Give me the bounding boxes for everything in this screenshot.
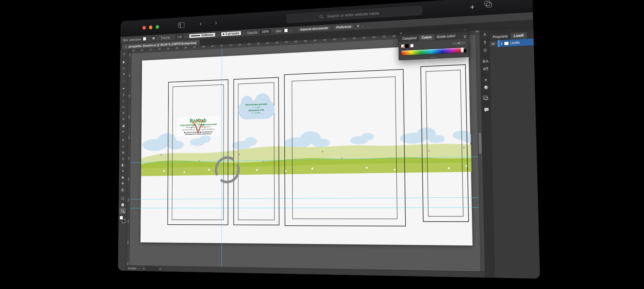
arrange-chevron-icon[interactable] bbox=[362, 24, 364, 27]
fill-stroke-chips[interactable] bbox=[119, 216, 125, 223]
gradient-tool[interactable]: ◧ bbox=[120, 162, 126, 168]
opentype-panel-icon[interactable]: O bbox=[481, 46, 489, 55]
sidebar-icon[interactable] bbox=[178, 22, 185, 28]
artboard[interactable]: Baobab Cooperativa Sociale - Sozialgenos… bbox=[140, 43, 473, 246]
hand-tool[interactable] bbox=[119, 201, 126, 208]
comments-panel-icon[interactable] bbox=[482, 104, 491, 113]
stroke-weight-stepper[interactable]: ⌃⌄ bbox=[172, 36, 174, 39]
panel-drag-dots-icon[interactable]: ⋮⋮⋮ bbox=[507, 29, 515, 32]
appearance-panel-icon[interactable]: ☀ bbox=[481, 74, 490, 84]
zoom-level-value[interactable]: 84,09% bbox=[128, 266, 136, 270]
ruler-origin-corner[interactable] bbox=[128, 50, 132, 53]
none-swatch[interactable] bbox=[401, 44, 405, 48]
minimize-button[interactable] bbox=[149, 25, 153, 29]
color-panel-tab[interactable]: Campioni bbox=[400, 35, 419, 42]
artboard-navigation-field[interactable] bbox=[146, 267, 158, 270]
pencil-tool[interactable]: ✎ bbox=[120, 116, 127, 123]
line-segment-tool[interactable]: / bbox=[120, 98, 127, 104]
character-styles-panel-icon[interactable]: ⚙A bbox=[481, 56, 490, 65]
stroke-dropdown-icon[interactable] bbox=[157, 37, 159, 39]
stroke-weight-dropdown-icon[interactable] bbox=[185, 35, 187, 38]
opacity-value[interactable]: 100% bbox=[260, 29, 270, 34]
fill-dropdown-icon[interactable] bbox=[148, 37, 150, 40]
edit-toolbar-icon[interactable]: » bbox=[121, 51, 128, 57]
symbol-sprayer-tool[interactable]: ❋ bbox=[119, 181, 126, 187]
stroke-weight-label[interactable]: Traccia: bbox=[161, 35, 171, 40]
brush-chevron-icon[interactable] bbox=[243, 32, 245, 34]
canvas[interactable]: Baobab Cooperativa Sociale - Sozialgenos… bbox=[129, 34, 485, 272]
layer-visibility-toggle[interactable] bbox=[490, 40, 497, 47]
close-button[interactable] bbox=[142, 26, 146, 30]
paragraph-panel-icon[interactable]: ¶ bbox=[481, 38, 489, 47]
color-panel-tab[interactable]: Colore bbox=[419, 34, 434, 41]
pathfinder-panel-icon[interactable] bbox=[482, 93, 490, 102]
lasso-tool[interactable]: ◌ bbox=[121, 77, 127, 83]
gradient-panel-icon[interactable] bbox=[482, 83, 490, 91]
width-tool[interactable]: ⇆ bbox=[120, 149, 126, 156]
paintbrush-tool[interactable]: ✐ bbox=[120, 110, 127, 117]
direct-selection-tool[interactable]: ▷ bbox=[121, 65, 127, 71]
tabs-overview-icon[interactable] bbox=[486, 2, 492, 7]
back-icon[interactable] bbox=[198, 20, 204, 28]
selection-tool[interactable]: ▶ bbox=[121, 58, 127, 65]
opacity-arrow-icon[interactable] bbox=[273, 30, 273, 33]
layer-selected[interactable]: Livello bbox=[497, 38, 534, 47]
pen-tool[interactable]: ✒ bbox=[120, 84, 127, 92]
paragraph-styles-panel-icon[interactable]: ⚙¶ bbox=[481, 65, 490, 73]
close-document-icon[interactable] bbox=[125, 45, 127, 49]
search-icon bbox=[319, 15, 322, 18]
ruler-number: 390 bbox=[304, 40, 307, 42]
zoom-button[interactable] bbox=[156, 25, 159, 29]
style-dropdown-icon[interactable] bbox=[290, 29, 292, 32]
previous-artboard-icon[interactable] bbox=[143, 267, 144, 270]
next-artboard-icon[interactable] bbox=[160, 267, 161, 270]
color-spectrum-bar[interactable] bbox=[401, 47, 466, 56]
ruler-number: 200 bbox=[128, 74, 130, 77]
brush-definition-dropdown[interactable]: 5 pt tondo bbox=[221, 31, 241, 37]
eyedropper-tool[interactable]: ✦ bbox=[120, 168, 126, 174]
close-panel-icon[interactable] bbox=[400, 32, 402, 35]
stroke-weight-value[interactable]: 1 pt bbox=[175, 34, 183, 39]
zoom-dropdown-icon[interactable] bbox=[138, 267, 140, 270]
ruler-number: 450 bbox=[362, 37, 365, 39]
stroke-color-swatch[interactable] bbox=[152, 36, 155, 40]
scissors-tool[interactable]: ✂ bbox=[120, 128, 127, 135]
width-profile-dropdown[interactable]: Uniforme bbox=[189, 33, 215, 39]
layer-expand-icon[interactable] bbox=[500, 42, 503, 45]
ruler-number: 460 bbox=[372, 36, 375, 39]
document-setup-button[interactable]: imposta documento bbox=[297, 25, 331, 32]
type-tool[interactable]: T bbox=[120, 92, 127, 98]
character-panel-icon[interactable]: A bbox=[480, 31, 489, 39]
scrollbar-thumb[interactable] bbox=[478, 133, 482, 154]
black-swatch[interactable] bbox=[405, 44, 409, 48]
panel-tab[interactable]: Livelli bbox=[511, 32, 527, 39]
width-profile-chevron-icon[interactable] bbox=[217, 33, 219, 36]
fill-color-swatch[interactable] bbox=[143, 37, 147, 41]
color-value-field[interactable]: 0 bbox=[451, 41, 466, 45]
panel-menu-icon[interactable] bbox=[464, 35, 467, 39]
style-swatch[interactable] bbox=[284, 28, 288, 33]
opacity-label[interactable]: Opacità: bbox=[247, 30, 258, 34]
zoom-tool[interactable] bbox=[119, 208, 126, 214]
column-graph-tool[interactable]: ▥ bbox=[119, 187, 126, 193]
mesh-tool[interactable]: # bbox=[120, 155, 126, 162]
scale-tool[interactable]: ▱ bbox=[120, 143, 127, 150]
new-tab-icon[interactable] bbox=[468, 2, 477, 12]
forward-icon[interactable] bbox=[213, 19, 219, 27]
preferences-button[interactable]: Preferenze bbox=[333, 24, 355, 30]
collapse-panel-icon[interactable] bbox=[463, 28, 467, 32]
rotate-tool[interactable]: ↻ bbox=[120, 136, 127, 143]
arrange-documents-icon[interactable]: ⚙ bbox=[356, 24, 359, 28]
browser-window: Nes. selezione Traccia: ⌃⌄ 1 pt Uniforme… bbox=[118, 0, 540, 279]
artboard-tool[interactable]: ❏ bbox=[119, 194, 126, 201]
eraser-tool[interactable]: ◪ bbox=[120, 122, 127, 129]
fill-chip[interactable] bbox=[119, 216, 123, 220]
blend-tool[interactable]: ◉ bbox=[120, 174, 126, 181]
rectangle-tool[interactable]: ▭ bbox=[120, 104, 127, 110]
cloud-label: Microstruttura aziendale 0 - 3 anni Betr… bbox=[238, 100, 275, 120]
panel-tab[interactable]: Proprietà bbox=[489, 33, 511, 41]
stroke-profile-icon bbox=[191, 35, 200, 36]
magic-wand-tool[interactable]: ✶ bbox=[121, 71, 127, 78]
white-swatch[interactable] bbox=[410, 43, 414, 47]
ruler-number: 210 bbox=[141, 49, 144, 51]
